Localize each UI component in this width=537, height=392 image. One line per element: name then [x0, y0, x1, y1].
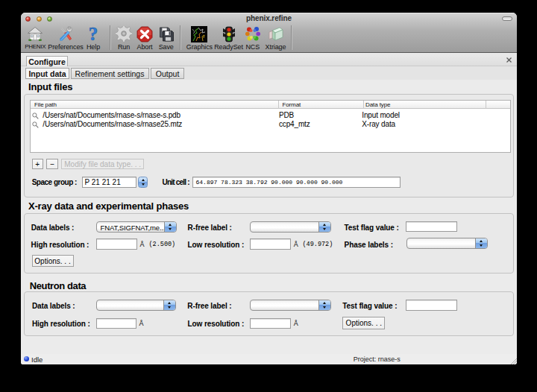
svg-text:?: ?: [89, 26, 98, 42]
